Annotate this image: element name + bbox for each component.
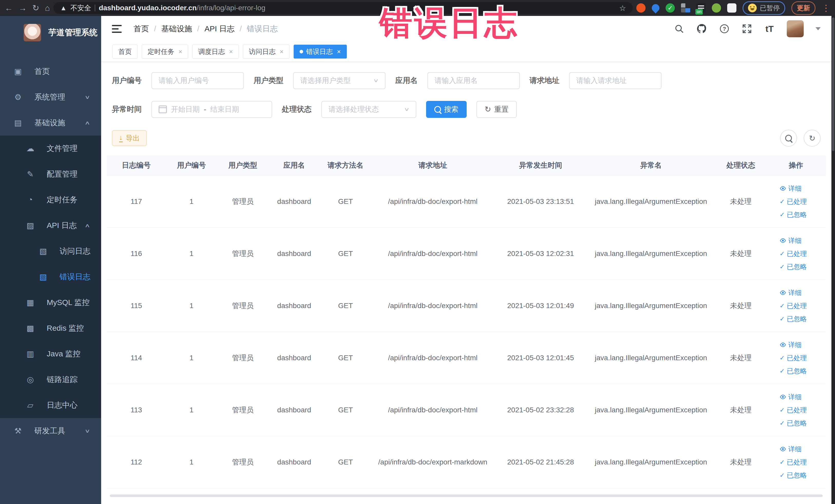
tab[interactable]: 访问日志× xyxy=(243,45,289,59)
export-button[interactable]: ↓ 导出 xyxy=(112,130,147,146)
search-icon[interactable] xyxy=(674,23,685,34)
exception-time-range-picker[interactable]: 开始日期 - 结束日期 xyxy=(151,101,272,118)
cell-id: 115 xyxy=(107,302,166,310)
user-id-input[interactable]: 请输入用户编号 xyxy=(151,72,244,89)
chevron-down-icon[interactable] xyxy=(815,27,821,30)
sidebar-item-label: 文件管理 xyxy=(47,143,78,154)
sidebar-item[interactable]: ☁文件管理 xyxy=(0,136,101,161)
table-toolbar: ↓ 导出 ↻ xyxy=(112,130,821,147)
check-icon: ✓ xyxy=(779,472,785,479)
sidebar-item[interactable]: ◔定时任务 xyxy=(0,187,101,213)
tab-close-icon[interactable]: × xyxy=(280,48,283,56)
user-avatar[interactable] xyxy=(787,20,804,37)
sidebar-item[interactable]: ◎链路追踪 xyxy=(0,367,101,392)
extension-sprout-icon[interactable] xyxy=(712,3,721,13)
filter-row-2: 异常时间 开始日期 - 结束日期 处理状态 请选择处理状态 ∨ 搜索 xyxy=(112,101,821,118)
sidebar-item[interactable]: ▧错误日志 xyxy=(0,264,101,289)
sidebar-item[interactable]: ▩Redis 监控 xyxy=(0,315,101,341)
cell-id: 114 xyxy=(107,354,166,362)
sidebar-item[interactable]: ▣首页 xyxy=(0,59,101,84)
reload-icon[interactable]: ↻ xyxy=(32,4,39,12)
extension-ubuntu-icon[interactable] xyxy=(636,3,646,13)
action-detail-link[interactable]: 详细 xyxy=(779,184,812,193)
refresh-table-button[interactable]: ↻ xyxy=(804,130,821,147)
bookmark-star-icon[interactable]: ☆ xyxy=(619,4,626,13)
forward-icon[interactable]: → xyxy=(19,4,27,12)
sidebar-item[interactable]: ▤基础设施∧ xyxy=(0,110,101,136)
process-status-select[interactable]: 请选择处理状态 ∨ xyxy=(321,101,416,118)
eye-icon xyxy=(779,394,786,400)
fullscreen-icon[interactable] xyxy=(741,23,752,34)
action-processed-link[interactable]: ✓已处理 xyxy=(779,354,812,363)
action-processed-link[interactable]: ✓已处理 xyxy=(779,458,812,467)
sidebar-item[interactable]: ✎配置管理 xyxy=(0,161,101,187)
browser-menu-icon[interactable]: ⋮ xyxy=(822,4,830,12)
tab[interactable]: 定时任务× xyxy=(142,45,188,59)
toggle-search-button[interactable] xyxy=(780,130,797,147)
browser-update-button[interactable]: 更新 xyxy=(791,1,815,15)
action-ignored-link[interactable]: ✓已忽略 xyxy=(779,471,812,480)
extensions-puzzle-icon[interactable] xyxy=(727,3,736,13)
address-bar[interactable]: ▲ 不安全 dashboard.yudao.iocoder.cn/infra/l… xyxy=(54,2,633,14)
process-status-label: 处理状态 xyxy=(282,104,312,115)
breadcrumb-item[interactable]: API 日志 xyxy=(205,24,235,34)
search-button[interactable]: 搜索 xyxy=(426,101,467,118)
tab[interactable]: 调度日志× xyxy=(192,45,239,59)
home-icon[interactable]: ⌂ xyxy=(45,4,50,12)
vertical-scrollbar[interactable] xyxy=(831,16,835,504)
breadcrumb-separator: / xyxy=(240,24,242,33)
sidebar-item[interactable]: ▦MySQL 监控 xyxy=(0,289,101,315)
reset-button[interactable]: ↻ 重置 xyxy=(476,101,517,118)
back-icon[interactable]: ← xyxy=(5,4,13,12)
sidebar-collapse-button[interactable] xyxy=(112,25,122,33)
horizontal-scrollbar[interactable] xyxy=(110,495,823,497)
scrollbar-thumb[interactable] xyxy=(832,18,834,151)
help-icon[interactable]: ? xyxy=(719,23,730,34)
not-secure-warning-icon: ▲ xyxy=(60,4,67,12)
search-button-label: 搜索 xyxy=(444,104,459,114)
breadcrumb-separator: / xyxy=(197,24,199,33)
extension-check-icon[interactable] xyxy=(666,3,675,13)
user-type-select[interactable]: 请选择用户类型 ∨ xyxy=(293,72,386,89)
action-detail-link[interactable]: 详细 xyxy=(779,392,812,402)
cell-time: 2021-05-03 12:01:49 xyxy=(494,302,587,310)
tab[interactable]: 错误日志× xyxy=(294,45,347,59)
eye-icon xyxy=(779,289,786,296)
action-ignored-link[interactable]: ✓已忽略 xyxy=(779,262,812,271)
sidebar-item[interactable]: ⚙系统管理∨ xyxy=(0,84,101,110)
action-ignored-link[interactable]: ✓已忽略 xyxy=(779,367,812,376)
action-processed-link[interactable]: ✓已处理 xyxy=(779,249,812,258)
request-url-input[interactable]: 请输入请求地址 xyxy=(569,72,661,89)
sidebar-item[interactable]: ⚒研发工具∨ xyxy=(0,418,101,444)
breadcrumb-item[interactable]: 基础设施 xyxy=(161,24,192,34)
action-processed-link[interactable]: ✓已处理 xyxy=(779,197,812,206)
tab-close-icon[interactable]: × xyxy=(337,48,341,56)
action-detail-link[interactable]: 详细 xyxy=(779,340,812,349)
github-icon[interactable] xyxy=(696,23,707,34)
check-icon: ✓ xyxy=(779,367,785,375)
breadcrumb-separator: / xyxy=(154,24,156,33)
sidebar-item[interactable]: ▨API 日志∧ xyxy=(0,213,101,238)
sidebar-item[interactable]: ▥Java 监控 xyxy=(0,341,101,367)
profile-paused-badge[interactable]: 已暂停 xyxy=(742,1,785,15)
app-name-input[interactable]: 请输入应用名 xyxy=(427,72,520,89)
extension-drop-icon[interactable] xyxy=(650,3,661,13)
action-detail-link[interactable]: 详细 xyxy=(779,236,812,245)
action-ignored-link[interactable]: ✓已忽略 xyxy=(779,315,812,323)
sidebar-item[interactable]: ▧访问日志 xyxy=(0,238,101,264)
sidebar-item[interactable]: ▱日志中心 xyxy=(0,392,101,418)
action-detail-link[interactable]: 详细 xyxy=(779,445,812,454)
breadcrumb-item[interactable]: 首页 xyxy=(134,24,149,34)
tab[interactable]: 首页 xyxy=(113,45,138,59)
extension-grid-icon[interactable] xyxy=(681,3,690,13)
action-processed-link[interactable]: ✓已处理 xyxy=(779,406,812,415)
extension-list-icon[interactable]: on xyxy=(696,3,706,13)
action-ignored-link[interactable]: ✓已忽略 xyxy=(779,210,812,219)
font-size-icon[interactable]: tT xyxy=(764,23,775,34)
tab-close-icon[interactable]: × xyxy=(178,48,182,56)
action-processed-link[interactable]: ✓已处理 xyxy=(779,301,812,310)
action-ignored-link[interactable]: ✓已忽略 xyxy=(779,419,812,428)
action-detail-link[interactable]: 详细 xyxy=(779,288,812,297)
tab-close-icon[interactable]: × xyxy=(229,48,233,56)
cell-app: dashboard xyxy=(268,406,320,414)
